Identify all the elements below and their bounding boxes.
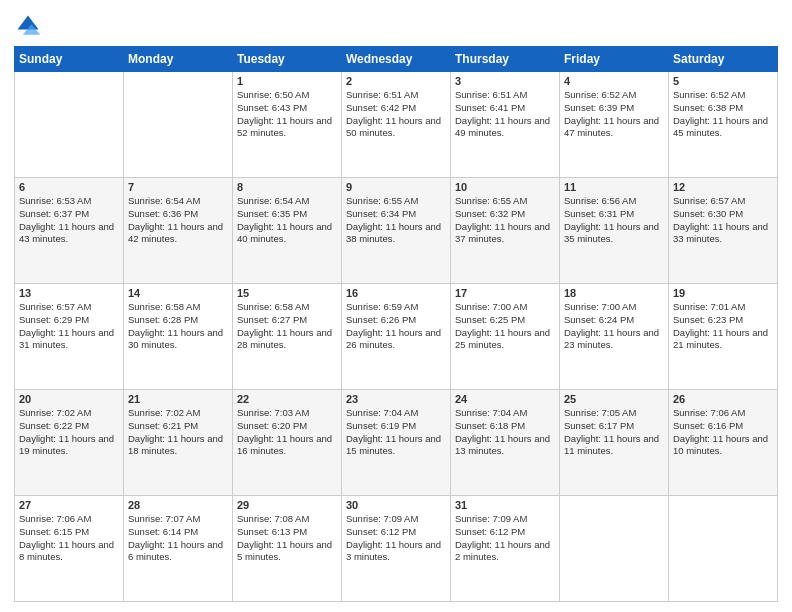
day-info: Sunrise: 6:55 AMSunset: 6:32 PMDaylight:… [455,195,555,246]
logo [14,12,46,40]
calendar-day-5: 5Sunrise: 6:52 AMSunset: 6:38 PMDaylight… [669,72,778,178]
day-info: Sunrise: 6:57 AMSunset: 6:29 PMDaylight:… [19,301,119,352]
day-info: Sunrise: 6:52 AMSunset: 6:38 PMDaylight:… [673,89,773,140]
day-info: Sunrise: 7:01 AMSunset: 6:23 PMDaylight:… [673,301,773,352]
calendar-day-17: 17Sunrise: 7:00 AMSunset: 6:25 PMDayligh… [451,284,560,390]
calendar-day-24: 24Sunrise: 7:04 AMSunset: 6:18 PMDayligh… [451,390,560,496]
day-info: Sunrise: 6:55 AMSunset: 6:34 PMDaylight:… [346,195,446,246]
calendar-day-14: 14Sunrise: 6:58 AMSunset: 6:28 PMDayligh… [124,284,233,390]
day-info: Sunrise: 7:03 AMSunset: 6:20 PMDaylight:… [237,407,337,458]
day-info: Sunrise: 6:57 AMSunset: 6:30 PMDaylight:… [673,195,773,246]
calendar-weekday-thursday: Thursday [451,47,560,72]
day-info: Sunrise: 6:58 AMSunset: 6:27 PMDaylight:… [237,301,337,352]
day-info: Sunrise: 6:54 AMSunset: 6:36 PMDaylight:… [128,195,228,246]
day-number: 27 [19,499,119,511]
calendar-week-4: 20Sunrise: 7:02 AMSunset: 6:22 PMDayligh… [15,390,778,496]
calendar-day-23: 23Sunrise: 7:04 AMSunset: 6:19 PMDayligh… [342,390,451,496]
calendar-week-1: 1Sunrise: 6:50 AMSunset: 6:43 PMDaylight… [15,72,778,178]
calendar-day-empty [560,496,669,602]
day-number: 24 [455,393,555,405]
calendar-day-27: 27Sunrise: 7:06 AMSunset: 6:15 PMDayligh… [15,496,124,602]
calendar-day-empty [669,496,778,602]
day-number: 28 [128,499,228,511]
calendar-day-21: 21Sunrise: 7:02 AMSunset: 6:21 PMDayligh… [124,390,233,496]
day-info: Sunrise: 7:08 AMSunset: 6:13 PMDaylight:… [237,513,337,564]
day-info: Sunrise: 7:06 AMSunset: 6:15 PMDaylight:… [19,513,119,564]
day-number: 30 [346,499,446,511]
day-number: 22 [237,393,337,405]
day-number: 13 [19,287,119,299]
day-info: Sunrise: 7:07 AMSunset: 6:14 PMDaylight:… [128,513,228,564]
calendar-week-3: 13Sunrise: 6:57 AMSunset: 6:29 PMDayligh… [15,284,778,390]
page: SundayMondayTuesdayWednesdayThursdayFrid… [0,0,792,612]
calendar-day-4: 4Sunrise: 6:52 AMSunset: 6:39 PMDaylight… [560,72,669,178]
calendar-day-3: 3Sunrise: 6:51 AMSunset: 6:41 PMDaylight… [451,72,560,178]
calendar-day-30: 30Sunrise: 7:09 AMSunset: 6:12 PMDayligh… [342,496,451,602]
day-info: Sunrise: 6:53 AMSunset: 6:37 PMDaylight:… [19,195,119,246]
day-number: 17 [455,287,555,299]
day-number: 14 [128,287,228,299]
calendar-day-11: 11Sunrise: 6:56 AMSunset: 6:31 PMDayligh… [560,178,669,284]
logo-icon [14,12,42,40]
day-number: 26 [673,393,773,405]
day-info: Sunrise: 7:04 AMSunset: 6:18 PMDaylight:… [455,407,555,458]
calendar-week-2: 6Sunrise: 6:53 AMSunset: 6:37 PMDaylight… [15,178,778,284]
day-number: 3 [455,75,555,87]
day-number: 7 [128,181,228,193]
calendar-day-9: 9Sunrise: 6:55 AMSunset: 6:34 PMDaylight… [342,178,451,284]
day-number: 8 [237,181,337,193]
day-number: 19 [673,287,773,299]
calendar-day-31: 31Sunrise: 7:09 AMSunset: 6:12 PMDayligh… [451,496,560,602]
day-number: 4 [564,75,664,87]
calendar-week-5: 27Sunrise: 7:06 AMSunset: 6:15 PMDayligh… [15,496,778,602]
calendar-day-12: 12Sunrise: 6:57 AMSunset: 6:30 PMDayligh… [669,178,778,284]
calendar-day-empty [124,72,233,178]
day-info: Sunrise: 7:00 AMSunset: 6:24 PMDaylight:… [564,301,664,352]
day-number: 21 [128,393,228,405]
day-info: Sunrise: 7:02 AMSunset: 6:22 PMDaylight:… [19,407,119,458]
day-info: Sunrise: 7:06 AMSunset: 6:16 PMDaylight:… [673,407,773,458]
calendar-day-29: 29Sunrise: 7:08 AMSunset: 6:13 PMDayligh… [233,496,342,602]
calendar-day-6: 6Sunrise: 6:53 AMSunset: 6:37 PMDaylight… [15,178,124,284]
day-info: Sunrise: 6:51 AMSunset: 6:42 PMDaylight:… [346,89,446,140]
day-info: Sunrise: 7:05 AMSunset: 6:17 PMDaylight:… [564,407,664,458]
day-number: 11 [564,181,664,193]
day-number: 1 [237,75,337,87]
calendar-day-18: 18Sunrise: 7:00 AMSunset: 6:24 PMDayligh… [560,284,669,390]
calendar-day-28: 28Sunrise: 7:07 AMSunset: 6:14 PMDayligh… [124,496,233,602]
calendar-day-7: 7Sunrise: 6:54 AMSunset: 6:36 PMDaylight… [124,178,233,284]
calendar-weekday-saturday: Saturday [669,47,778,72]
day-info: Sunrise: 6:58 AMSunset: 6:28 PMDaylight:… [128,301,228,352]
day-number: 6 [19,181,119,193]
calendar-day-25: 25Sunrise: 7:05 AMSunset: 6:17 PMDayligh… [560,390,669,496]
calendar-weekday-friday: Friday [560,47,669,72]
day-number: 10 [455,181,555,193]
day-info: Sunrise: 6:54 AMSunset: 6:35 PMDaylight:… [237,195,337,246]
day-number: 2 [346,75,446,87]
calendar-day-2: 2Sunrise: 6:51 AMSunset: 6:42 PMDaylight… [342,72,451,178]
calendar-day-10: 10Sunrise: 6:55 AMSunset: 6:32 PMDayligh… [451,178,560,284]
day-number: 23 [346,393,446,405]
calendar-weekday-sunday: Sunday [15,47,124,72]
day-info: Sunrise: 6:51 AMSunset: 6:41 PMDaylight:… [455,89,555,140]
day-number: 31 [455,499,555,511]
calendar-day-19: 19Sunrise: 7:01 AMSunset: 6:23 PMDayligh… [669,284,778,390]
day-number: 20 [19,393,119,405]
calendar-day-20: 20Sunrise: 7:02 AMSunset: 6:22 PMDayligh… [15,390,124,496]
day-info: Sunrise: 7:04 AMSunset: 6:19 PMDaylight:… [346,407,446,458]
day-number: 15 [237,287,337,299]
calendar-day-8: 8Sunrise: 6:54 AMSunset: 6:35 PMDaylight… [233,178,342,284]
day-number: 29 [237,499,337,511]
calendar-day-15: 15Sunrise: 6:58 AMSunset: 6:27 PMDayligh… [233,284,342,390]
day-number: 5 [673,75,773,87]
day-info: Sunrise: 6:50 AMSunset: 6:43 PMDaylight:… [237,89,337,140]
day-info: Sunrise: 7:09 AMSunset: 6:12 PMDaylight:… [346,513,446,564]
calendar-day-22: 22Sunrise: 7:03 AMSunset: 6:20 PMDayligh… [233,390,342,496]
day-number: 9 [346,181,446,193]
day-info: Sunrise: 7:02 AMSunset: 6:21 PMDaylight:… [128,407,228,458]
calendar-weekday-monday: Monday [124,47,233,72]
calendar-weekday-wednesday: Wednesday [342,47,451,72]
header [14,12,778,40]
calendar-header-row: SundayMondayTuesdayWednesdayThursdayFrid… [15,47,778,72]
calendar-table: SundayMondayTuesdayWednesdayThursdayFrid… [14,46,778,602]
